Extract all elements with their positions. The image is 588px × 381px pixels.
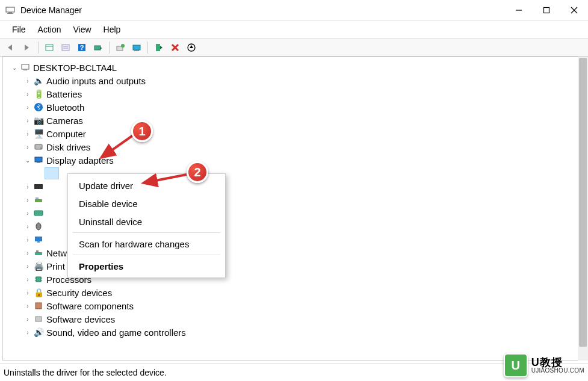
watermark-badge: U bbox=[504, 353, 528, 377]
chevron-right-icon[interactable]: › bbox=[23, 104, 32, 111]
chevron-right-icon[interactable]: › bbox=[23, 250, 32, 256]
chevron-right-icon[interactable]: › bbox=[23, 329, 32, 336]
toolbar-separator bbox=[109, 42, 110, 54]
svg-rect-36 bbox=[35, 199, 42, 202]
watermark-url: UJIAOSHOU.COM bbox=[531, 368, 584, 374]
node-label: Computer bbox=[46, 129, 86, 139]
chevron-right-icon[interactable]: › bbox=[23, 144, 32, 150]
tree-node-batteries[interactable]: › 🔋 Batteries bbox=[3, 87, 585, 101]
tree-node-audio[interactable]: › 🔈 Audio inputs and outputs bbox=[3, 74, 585, 87]
chevron-right-icon[interactable]: › bbox=[23, 237, 32, 243]
tree-node-computer[interactable]: › 🖥️ Computer bbox=[3, 127, 585, 140]
device-icon bbox=[33, 194, 44, 205]
chevron-right-icon[interactable]: › bbox=[23, 131, 32, 137]
tree-node-software-components[interactable]: › Software components bbox=[3, 299, 585, 312]
help-button[interactable]: ? bbox=[75, 40, 89, 55]
svg-line-52 bbox=[101, 134, 135, 158]
minimize-button[interactable] bbox=[505, 0, 533, 20]
ctx-properties[interactable]: Properties bbox=[68, 257, 225, 275]
svg-rect-38 bbox=[34, 211, 43, 215]
node-label: Software devices bbox=[46, 314, 115, 324]
ctx-uninstall-device[interactable]: Uninstall device bbox=[68, 212, 225, 231]
svg-marker-23 bbox=[160, 46, 162, 49]
back-button[interactable] bbox=[4, 40, 18, 55]
svg-point-19 bbox=[121, 44, 125, 48]
svg-rect-34 bbox=[37, 162, 40, 163]
tree-node-security[interactable]: › 🔒 Security devices bbox=[3, 286, 585, 299]
software-icon bbox=[33, 314, 44, 324]
scrollbar-thumb[interactable] bbox=[579, 58, 587, 347]
node-label: Batteries bbox=[46, 89, 82, 99]
menu-action[interactable]: Action bbox=[32, 22, 67, 37]
show-hidden-button[interactable] bbox=[42, 40, 57, 55]
svg-rect-0 bbox=[6, 7, 14, 12]
svg-rect-9 bbox=[46, 45, 53, 51]
root-label: DESKTOP-BCLTA4L bbox=[33, 63, 117, 73]
add-legacy-button[interactable] bbox=[184, 40, 199, 55]
scan-button[interactable] bbox=[91, 40, 105, 55]
uninstall-button[interactable] bbox=[168, 40, 182, 55]
svg-rect-2 bbox=[7, 13, 13, 14]
tree-node-sound[interactable]: › 🔊 Sound, video and game controllers bbox=[3, 326, 585, 339]
chevron-down-icon[interactable]: ⌄ bbox=[23, 157, 32, 164]
menu-view[interactable]: View bbox=[67, 22, 97, 37]
node-label: Security devices bbox=[46, 288, 112, 298]
chevron-right-icon[interactable]: › bbox=[23, 290, 32, 296]
tree-node-display-adapters[interactable]: ⌄ Display adapters bbox=[3, 153, 585, 167]
svg-rect-4 bbox=[544, 7, 549, 13]
svg-rect-37 bbox=[36, 197, 39, 199]
toolbar-separator bbox=[147, 42, 148, 54]
svg-rect-42 bbox=[35, 252, 42, 255]
chevron-right-icon[interactable]: › bbox=[23, 117, 32, 124]
tree-root[interactable]: ⌄ DESKTOP-BCLTA4L bbox=[3, 61, 585, 74]
close-button[interactable] bbox=[560, 0, 588, 20]
chevron-right-icon[interactable]: › bbox=[23, 184, 32, 190]
chevron-right-icon[interactable]: › bbox=[23, 91, 32, 98]
ctx-disable-device[interactable]: Disable device bbox=[68, 194, 225, 212]
node-label: Sound, video and game controllers bbox=[46, 327, 186, 338]
app-icon bbox=[5, 5, 16, 16]
chevron-right-icon[interactable]: › bbox=[23, 197, 32, 203]
maximize-button[interactable] bbox=[533, 0, 560, 20]
chevron-right-icon[interactable]: › bbox=[23, 78, 32, 84]
device-icon bbox=[33, 181, 44, 192]
sound-icon: 🔊 bbox=[33, 327, 44, 338]
svg-rect-40 bbox=[35, 237, 42, 241]
tree-node-cameras[interactable]: › 📷 Cameras bbox=[3, 114, 585, 127]
chevron-right-icon[interactable]: › bbox=[23, 303, 32, 309]
ctx-separator bbox=[73, 255, 220, 255]
svg-rect-20 bbox=[133, 45, 140, 50]
properties-button[interactable] bbox=[58, 40, 73, 55]
svg-rect-16 bbox=[94, 46, 101, 50]
chevron-down-icon[interactable]: ⌄ bbox=[10, 64, 19, 71]
chevron-right-icon[interactable]: › bbox=[23, 210, 32, 217]
svg-rect-21 bbox=[134, 50, 139, 51]
chevron-right-icon[interactable]: › bbox=[23, 276, 32, 283]
tree-node-software-devices[interactable]: › Software devices bbox=[3, 312, 585, 326]
statusbar: Uninstalls the driver for the selected d… bbox=[0, 363, 588, 381]
chevron-right-icon[interactable]: › bbox=[23, 263, 32, 270]
chevron-right-icon[interactable]: › bbox=[23, 316, 32, 323]
enable-device-button[interactable] bbox=[152, 40, 166, 55]
computer-icon bbox=[20, 62, 31, 73]
chevron-right-icon[interactable]: › bbox=[23, 223, 32, 230]
svg-rect-1 bbox=[8, 12, 12, 13]
tree-node-disk[interactable]: › Disk drives bbox=[3, 140, 585, 153]
disable-button[interactable] bbox=[129, 40, 144, 55]
tree-node-bluetooth[interactable]: › Bluetooth bbox=[3, 101, 585, 114]
forward-button[interactable] bbox=[20, 40, 34, 55]
watermark-brand: U教授 bbox=[531, 357, 584, 368]
update-driver-button[interactable] bbox=[113, 40, 128, 55]
svg-rect-49 bbox=[36, 303, 42, 309]
toolbar-separator bbox=[38, 42, 39, 54]
svg-text:?: ? bbox=[80, 44, 84, 51]
svg-rect-41 bbox=[37, 241, 40, 243]
vertical-scrollbar[interactable] bbox=[578, 57, 588, 361]
ctx-scan-hardware[interactable]: Scan for hardware changes bbox=[68, 235, 225, 253]
titlebar: Device Manager bbox=[0, 0, 588, 20]
menu-help[interactable]: Help bbox=[97, 22, 127, 37]
svg-point-39 bbox=[36, 223, 41, 230]
disk-icon bbox=[33, 141, 44, 152]
svg-rect-44 bbox=[36, 277, 41, 282]
menu-file[interactable]: File bbox=[6, 22, 32, 37]
